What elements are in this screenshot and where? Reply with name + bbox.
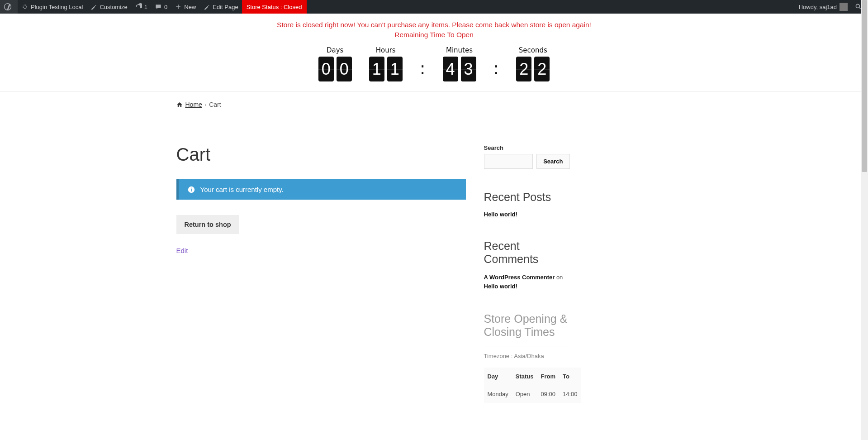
- days-digit-2: 0: [337, 57, 352, 81]
- info-icon: [188, 186, 195, 193]
- my-account-link[interactable]: Howdy, saj1ad: [795, 0, 851, 14]
- new-text: New: [184, 4, 196, 10]
- countdown-seconds: Seconds 2 2: [516, 46, 550, 81]
- recent-comments-widget: Recent Comments A WordPress Commenter on…: [484, 239, 570, 291]
- table-row: Monday Open 09:00 14:00: [484, 385, 581, 403]
- recent-posts-heading: Recent Posts: [484, 191, 570, 204]
- return-to-shop-button[interactable]: Return to shop: [176, 215, 239, 234]
- col-status: Status: [512, 368, 537, 385]
- chevron-right-icon: ›: [205, 102, 206, 107]
- breadcrumb: Home › Cart: [176, 92, 692, 117]
- edit-page-text: Edit Page: [213, 4, 238, 10]
- admin-bar-right: Howdy, saj1ad: [795, 0, 868, 14]
- hours-digit-2: 1: [387, 57, 403, 81]
- cell-status: Open: [512, 385, 537, 403]
- cell-to: 14:00: [559, 385, 581, 403]
- commenter-link[interactable]: A WordPress Commenter: [484, 274, 555, 281]
- on-text: on: [555, 274, 563, 281]
- sidebar: Search Search Recent Posts Hello world! …: [484, 144, 570, 425]
- minutes-digit-1: 4: [443, 57, 458, 81]
- seconds-digit-1: 2: [516, 57, 531, 81]
- store-hours-widget: Store Opening & Closing Times Timezone :…: [484, 312, 570, 403]
- cell-day: Monday: [484, 385, 512, 403]
- separator-icon: :: [493, 51, 499, 86]
- search-label: Search: [484, 144, 570, 151]
- store-hours-heading: Store Opening & Closing Times: [484, 312, 570, 339]
- search-input[interactable]: [484, 154, 533, 169]
- search-widget: Search Search: [484, 144, 570, 169]
- comment-post-link[interactable]: Hello world!: [484, 283, 517, 290]
- closed-message: Store is closed right now! You can't pur…: [9, 21, 859, 29]
- home-icon: [176, 101, 183, 108]
- breadcrumb-current: Cart: [209, 101, 221, 108]
- customize-link[interactable]: Customize: [86, 0, 131, 14]
- divider: [484, 346, 570, 346]
- wp-admin-bar: Plugin Testing Local Customize 1 0 New E…: [0, 0, 868, 14]
- minutes-digit-2: 3: [461, 57, 476, 81]
- scrollbar-thumb[interactable]: [862, 0, 867, 172]
- edit-page-link[interactable]: Edit Page: [199, 0, 242, 14]
- svg-point-1: [856, 4, 859, 8]
- empty-cart-text: Your cart is currently empty.: [200, 186, 284, 193]
- avatar: [840, 3, 848, 11]
- hours-digit-1: 1: [369, 57, 384, 81]
- countdown-minutes: Minutes 4 3: [443, 46, 476, 81]
- cart-empty-notice: Your cart is currently empty.: [176, 179, 466, 200]
- svg-point-4: [191, 187, 192, 188]
- comments-count: 0: [164, 4, 167, 10]
- countdown-days: Days 0 0: [318, 46, 352, 81]
- wp-logo-icon[interactable]: [0, 0, 18, 14]
- store-closed-notice: Store is closed right now! You can't pur…: [0, 14, 868, 43]
- site-name-text: Plugin Testing Local: [31, 4, 83, 10]
- recent-posts-widget: Recent Posts Hello world!: [484, 191, 570, 218]
- updates-link[interactable]: 1: [131, 0, 151, 14]
- col-from: From: [537, 368, 559, 385]
- col-to: To: [559, 368, 581, 385]
- edit-link[interactable]: Edit: [176, 247, 188, 254]
- svg-point-0: [23, 5, 27, 9]
- minutes-label: Minutes: [443, 46, 476, 54]
- col-day: Day: [484, 368, 512, 385]
- hours-label: Hours: [369, 46, 403, 54]
- seconds-label: Seconds: [516, 46, 550, 54]
- search-button[interactable]: Search: [536, 154, 569, 169]
- cell-from: 09:00: [537, 385, 559, 403]
- days-digit-1: 0: [318, 57, 334, 81]
- remaining-label: Remaining Time To Open: [9, 31, 859, 39]
- countdown-hours: Hours 1 1: [369, 46, 403, 81]
- store-status-text: Store Status : Closed: [247, 4, 302, 10]
- updates-count: 1: [144, 4, 147, 10]
- breadcrumb-home-link[interactable]: Home: [185, 101, 202, 108]
- list-item: Hello world!: [484, 211, 570, 218]
- site-name-link[interactable]: Plugin Testing Local: [18, 0, 86, 14]
- countdown-timer: Days 0 0 Hours 1 1 : Minutes 4 3 : Secon…: [0, 43, 868, 91]
- store-status-badge[interactable]: Store Status : Closed: [242, 0, 307, 14]
- page-title: Cart: [176, 144, 466, 165]
- comments-link[interactable]: 0: [151, 0, 171, 14]
- seconds-digit-2: 2: [534, 57, 550, 81]
- new-link[interactable]: New: [171, 0, 199, 14]
- admin-bar-left: Plugin Testing Local Customize 1 0 New E…: [0, 0, 307, 14]
- customize-text: Customize: [100, 4, 127, 10]
- store-hours-table: Day Status From To Monday Open 09:00 14:…: [484, 368, 581, 403]
- timezone-text: Timezone : Asia/Dhaka: [484, 353, 570, 359]
- howdy-text: Howdy, saj1ad: [799, 4, 837, 10]
- recent-comments-heading: Recent Comments: [484, 239, 570, 266]
- scrollbar[interactable]: [861, 0, 868, 425]
- main-content: Cart Your cart is currently empty. Retur…: [176, 144, 466, 425]
- svg-rect-3: [191, 189, 192, 191]
- recent-post-link[interactable]: Hello world!: [484, 211, 517, 218]
- separator-icon: :: [420, 51, 426, 86]
- recent-comment-entry: A WordPress Commenter on Hello world!: [484, 273, 570, 291]
- days-label: Days: [318, 46, 352, 54]
